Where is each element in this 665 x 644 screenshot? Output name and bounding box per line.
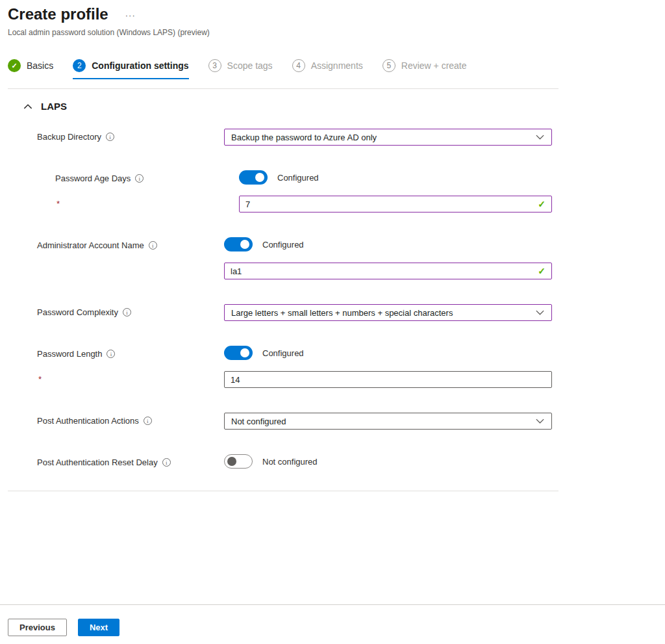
step-number-icon: 5 (383, 59, 395, 72)
administrator-account-name-toggle[interactable] (224, 237, 253, 251)
step-number-icon: 2 (73, 59, 86, 72)
field-label: Administrator Account Name (37, 240, 144, 250)
post-authentication-reset-delay-toggle[interactable] (224, 454, 253, 469)
section-end-divider (8, 491, 558, 491)
collapse-section-icon[interactable] (23, 103, 32, 109)
password-age-days-input[interactable] (245, 200, 538, 209)
valid-check-icon: ✓ (538, 200, 546, 209)
field-label: Password Age Days (55, 174, 131, 183)
field-administrator-account-name: Administrator Account Name Configured ✓ (37, 237, 665, 279)
step-label: Basics (27, 60, 53, 71)
password-length-toggle[interactable] (224, 346, 253, 360)
tabs-divider (8, 88, 558, 89)
password-complexity-dropdown[interactable]: Large letters + small letters + numbers … (224, 304, 552, 321)
section-title: LAPS (41, 101, 67, 112)
chevron-down-icon (535, 419, 545, 424)
footer-divider (0, 604, 665, 605)
field-label: Post Authentication Actions (37, 416, 139, 426)
page-title: Create profile (8, 5, 108, 23)
required-asterisk: * (55, 199, 224, 209)
field-password-age-days: Password Age Days * Configured ✓ (37, 170, 665, 213)
toggle-label: Configured (262, 240, 304, 250)
chevron-down-icon (535, 135, 545, 140)
step-label: Review + create (401, 60, 467, 71)
step-label: Configuration settings (92, 60, 188, 71)
tab-review-create[interactable]: 5 Review + create (383, 59, 467, 79)
info-icon[interactable] (107, 350, 115, 358)
next-button[interactable]: Next (78, 619, 119, 636)
dropdown-selected-value: Large letters + small letters + numbers … (231, 308, 453, 318)
more-options-icon[interactable]: ··· (125, 10, 136, 20)
step-number-icon: 3 (208, 59, 221, 72)
administrator-account-name-input-wrap: ✓ (224, 263, 552, 279)
tab-assignments[interactable]: 4 Assignments (292, 59, 363, 79)
step-label: Assignments (311, 60, 363, 71)
info-icon[interactable] (144, 417, 152, 425)
dropdown-selected-value: Not configured (231, 417, 286, 426)
chevron-down-icon (535, 310, 545, 316)
field-password-complexity: Password Complexity Large letters + smal… (37, 304, 665, 321)
check-circle-icon (8, 59, 21, 72)
toggle-label: Configured (262, 348, 304, 358)
tab-scope-tags[interactable]: 3 Scope tags (208, 59, 273, 79)
field-backup-directory: Backup Directory Backup the password to … (37, 129, 665, 146)
info-icon[interactable] (106, 133, 114, 141)
required-asterisk: * (37, 374, 224, 384)
password-length-input[interactable] (231, 375, 546, 385)
dropdown-selected-value: Backup the password to Azure AD only (231, 133, 377, 142)
field-label: Post Authentication Reset Delay (37, 457, 158, 467)
page-subtitle: Local admin password solution (Windows L… (8, 28, 665, 37)
previous-button[interactable]: Previous (8, 619, 67, 636)
valid-check-icon: ✓ (538, 266, 546, 276)
field-label: Backup Directory (37, 132, 101, 142)
step-number-icon: 4 (292, 59, 305, 72)
info-icon[interactable] (123, 308, 131, 316)
field-label: Password Complexity (37, 307, 118, 317)
field-post-authentication-actions: Post Authentication Actions Not configur… (37, 413, 665, 430)
field-post-authentication-reset-delay: Post Authentication Reset Delay Not conf… (37, 454, 665, 469)
password-age-days-toggle[interactable] (239, 170, 268, 185)
administrator-account-name-input[interactable] (231, 266, 538, 276)
password-age-days-input-wrap: ✓ (239, 196, 552, 213)
password-length-input-wrap (224, 371, 552, 388)
tab-configuration-settings[interactable]: 2 Configuration settings (73, 59, 188, 79)
toggle-label: Not configured (262, 457, 318, 467)
post-authentication-actions-dropdown[interactable]: Not configured (224, 413, 552, 430)
backup-directory-dropdown[interactable]: Backup the password to Azure AD only (224, 129, 552, 146)
tab-basics[interactable]: Basics (8, 59, 53, 79)
info-icon[interactable] (149, 241, 157, 250)
step-label: Scope tags (227, 60, 273, 71)
toggle-label: Configured (277, 173, 319, 183)
wizard-footer: Previous Next (8, 619, 119, 636)
create-profile-page: Create profile ··· Local admin password … (0, 0, 665, 644)
wizard-steps: Basics 2 Configuration settings 3 Scope … (8, 59, 665, 79)
field-password-length: Password Length * Configured (37, 346, 665, 388)
field-label: Password Length (37, 349, 102, 359)
info-icon[interactable] (162, 458, 171, 467)
info-icon[interactable] (135, 174, 144, 183)
